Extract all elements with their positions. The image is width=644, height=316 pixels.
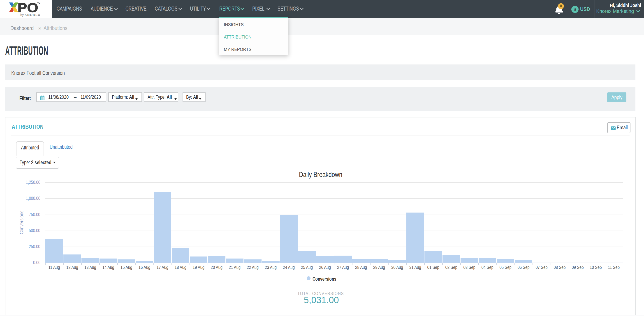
svg-text:PO: PO: [18, 1, 38, 14]
